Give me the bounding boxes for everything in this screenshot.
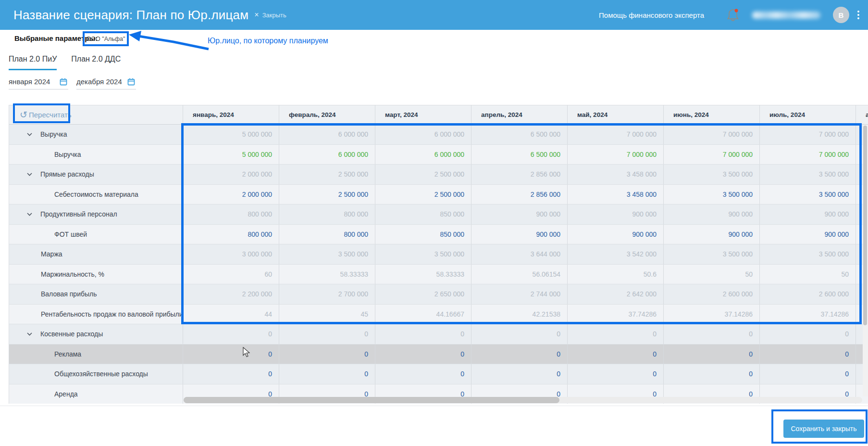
value-cell: 50.6	[567, 265, 663, 284]
period-to-value: декабря 2024	[76, 77, 122, 86]
value-cell[interactable]: 0	[759, 344, 856, 364]
row-group-label-cell[interactable]: Выручка	[9, 125, 183, 144]
value-cell[interactable]: 6 000 000	[279, 145, 375, 165]
value-cell: 56.06154	[471, 265, 567, 284]
horizontal-scrollbar-thumb[interactable]	[184, 397, 559, 403]
value-cell[interactable]: 2 500 000	[279, 185, 375, 204]
value-cell[interactable]: 0	[279, 344, 375, 364]
value-cell: 5 000 000	[183, 125, 279, 144]
value-cell: 2 600 000	[759, 284, 856, 304]
value-cell: 6 500 000	[471, 125, 567, 144]
value-cell[interactable]: 0	[183, 364, 279, 384]
value-cell[interactable]: 6 000 000	[375, 145, 471, 165]
value-cell[interactable]: 0	[279, 364, 375, 384]
value-cell: 3 644 000	[471, 244, 567, 264]
row-label-cell: Себестоимость материала	[9, 185, 183, 204]
value-cell[interactable]: 0	[471, 364, 567, 384]
value-cell[interactable]: 0	[375, 344, 471, 364]
value-cell: 0	[279, 324, 375, 344]
value-cell[interactable]: 0	[375, 364, 471, 384]
value-cell[interactable]: 2 000 000	[183, 185, 279, 204]
value-cell: 800 000	[279, 204, 375, 224]
value-cell[interactable]: 6 500 000	[471, 145, 567, 165]
row-group-label-cell[interactable]: Продуктивный персонал	[9, 204, 183, 224]
table-row: Маржа3 000 0003 500 0003 500 0003 644 00…	[9, 244, 868, 265]
value-cell: 60	[183, 265, 279, 284]
value-cell: 44	[183, 305, 279, 324]
value-cell: 2 744 000	[471, 284, 567, 304]
row-group-label-cell[interactable]: Косвенные расходы	[9, 324, 183, 344]
annotation-text: Юр.лицо, по которому планируем	[208, 37, 328, 45]
value-cell: 42.21538	[471, 305, 567, 324]
value-cell[interactable]: 2 500 000	[375, 185, 471, 204]
calendar-icon	[60, 78, 67, 86]
chevron-down-icon[interactable]	[27, 133, 32, 136]
table-row: Рентабельность продаж по валовой прибыли…	[9, 305, 868, 325]
value-cell[interactable]: 2 856 000	[471, 185, 567, 204]
month-column-header: февраль, 2024	[279, 105, 375, 124]
value-cell[interactable]: 850 000	[375, 225, 471, 244]
value-cell[interactable]: 900 000	[471, 225, 567, 244]
period-to-field[interactable]: декабря 2024	[76, 77, 136, 89]
footer-divider	[0, 406, 868, 406]
value-cell: 3 458 000	[567, 165, 663, 184]
value-cell[interactable]: 0	[663, 344, 759, 364]
row-label-cell: Маржа	[9, 244, 183, 264]
kebab-menu-icon[interactable]	[856, 9, 860, 21]
plan-table: ↺Пересчитатьянварь, 2024февраль, 2024мар…	[9, 105, 868, 404]
month-column-header: май, 2024	[567, 105, 663, 124]
value-cell[interactable]: 7 000 000	[567, 145, 663, 165]
save-and-close-button[interactable]: Сохранить и закрыть	[783, 420, 864, 438]
value-cell[interactable]: 0	[759, 364, 856, 384]
value-cell[interactable]: 800 000	[279, 225, 375, 244]
table-row: Выручка5 000 0006 000 0006 000 0006 500 …	[9, 125, 868, 145]
month-column-header: июнь, 2024	[663, 105, 759, 124]
month-column-header: август, 2024	[856, 105, 868, 124]
value-cell[interactable]: 800 000	[183, 225, 279, 244]
notifications-bell-icon[interactable]	[726, 8, 740, 22]
value-cell: 800 000	[183, 204, 279, 224]
value-cell: 2 642 000	[567, 284, 663, 304]
chevron-down-icon[interactable]	[27, 332, 32, 336]
value-cell[interactable]: 900 000	[663, 225, 759, 244]
row-group-label-cell[interactable]: Прямые расходы	[9, 165, 183, 184]
table-header-row: ↺Пересчитатьянварь, 2024февраль, 2024мар…	[9, 105, 868, 125]
value-cell[interactable]: 7 000 000	[759, 145, 856, 165]
value-cell[interactable]: 0	[567, 344, 663, 364]
recalculate-icon: ↺	[20, 110, 27, 119]
close-icon[interactable]: ×	[254, 11, 259, 19]
value-cell[interactable]: 0	[567, 364, 663, 384]
chevron-down-icon[interactable]	[27, 213, 32, 216]
close-button[interactable]: Закрыть	[262, 12, 286, 19]
value-cell[interactable]: 900 000	[567, 225, 663, 244]
financial-expert-help-link[interactable]: Помощь финансового эксперта	[599, 11, 704, 19]
tab-plan-piu[interactable]: План 2.0 ПиУ	[9, 55, 57, 70]
value-cell: 3 500 000	[375, 244, 471, 264]
row-label-cell: Рентабельность продаж по валовой прибыли	[9, 305, 183, 324]
value-cell[interactable]: 5 000 000	[183, 145, 279, 165]
table-row: Себестоимость материала2 000 0002 500 00…	[9, 185, 868, 205]
vertical-scrollbar-thumb[interactable]	[863, 126, 867, 325]
value-cell[interactable]: 3 500 000	[759, 185, 856, 204]
recalculate-button[interactable]: ↺Пересчитать	[20, 110, 72, 119]
value-cell: 50	[759, 265, 856, 284]
value-cell[interactable]: 3 500 000	[663, 185, 759, 204]
tab-plan-dds[interactable]: План 2.0 ДДС	[71, 55, 121, 70]
period-from-field[interactable]: января 2024	[9, 77, 68, 89]
value-cell[interactable]: 7 000 000	[663, 145, 759, 165]
value-cell[interactable]: 0	[471, 344, 567, 364]
value-cell: 3 500 000	[759, 244, 856, 264]
vertical-scrollbar[interactable]	[863, 125, 868, 396]
value-cell[interactable]: 0	[663, 364, 759, 384]
avatar[interactable]: В	[833, 7, 849, 23]
value-cell[interactable]: 3 458 000	[567, 185, 663, 204]
value-cell: 0	[663, 324, 759, 344]
value-cell: 2 000 000	[183, 165, 279, 184]
legal-entity-chip[interactable]: ООО "Альфа"	[86, 34, 126, 44]
value-cell: 2 500 000	[375, 165, 471, 184]
value-cell[interactable]: 0	[183, 344, 279, 364]
chevron-down-icon[interactable]	[27, 173, 32, 176]
value-cell[interactable]: 900 000	[759, 225, 856, 244]
value-cell: 3 500 000	[279, 244, 375, 264]
horizontal-scrollbar[interactable]	[184, 397, 862, 403]
